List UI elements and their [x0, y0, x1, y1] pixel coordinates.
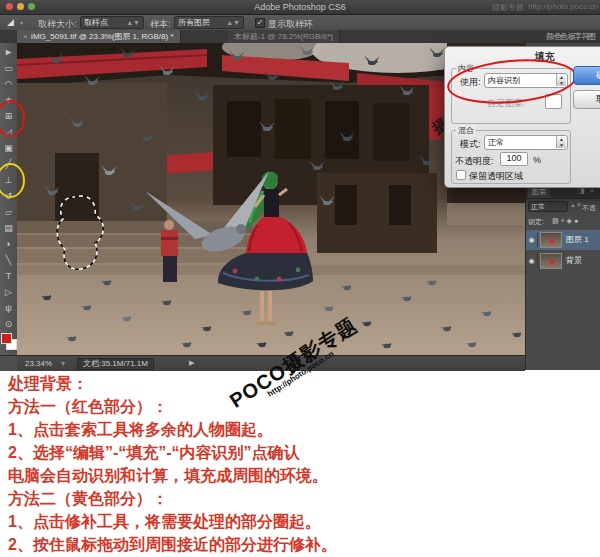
- visibility-eye-icon[interactable]: ◉: [526, 254, 538, 268]
- cancel-button-label: 取消: [596, 94, 600, 104]
- instruction-line: 电脑会自动识别和计算，填充成周围的环境。: [8, 464, 598, 487]
- opacity-unit: %: [533, 155, 541, 165]
- visibility-eye-icon[interactable]: ◉: [526, 233, 538, 247]
- opacity-label-partial: 不透: [582, 203, 596, 213]
- tutorial-text-block: 处理背景： 方法一（红色部分）： 1、点击套索工具将多余的人物圈起。 2、选择“…: [8, 372, 598, 556]
- instruction-line: 方法一（红色部分）：: [8, 395, 598, 418]
- eyedropper-preset-icon[interactable]: ◢: [7, 17, 14, 27]
- blend-mode-dropdown[interactable]: 正常: [528, 201, 568, 212]
- blend-stepper-icon: ▲▼: [570, 202, 582, 208]
- instruction-line: 1、点击修补工具，将需要处理的部分圈起。: [8, 510, 598, 533]
- document-tab-inactive[interactable]: 未标题-1 @ 78.2%(RGB/8*): [228, 30, 340, 43]
- sample-value: 所有图层: [178, 18, 210, 27]
- type-tool-button[interactable]: T: [0, 268, 17, 284]
- hand-tool-icon: ψ: [5, 303, 11, 313]
- close-tab-icon[interactable]: ×: [23, 32, 28, 41]
- document-tab1-label: IMG_5091.tif @ 23.3%(图层 1, RGB/8) *: [31, 32, 174, 41]
- statusbar-corner: [0, 355, 17, 371]
- ok-button[interactable]: 确定: [573, 66, 600, 85]
- mode-value: 正常: [488, 138, 504, 147]
- instruction-line: 2、选择“编辑”-“填充”-“内容识别”点确认: [8, 441, 598, 464]
- ok-button-label: 确定: [596, 70, 600, 80]
- blur-tool-icon: ◗: [6, 239, 11, 249]
- foreground-color-swatch[interactable]: [1, 333, 12, 344]
- opacity-value: 100: [506, 153, 521, 163]
- document-tab2-label: 未标题-1 @ 78.2%(RGB/8*): [234, 32, 333, 41]
- titlebar-watermark-brand: 摄影专题: [492, 2, 524, 13]
- path-select-tool-button[interactable]: ▷: [0, 284, 17, 300]
- fill-dialog: 填充 内容 使用: 内容识别 ▲▼ 自定图案: 混合 模式: 正常 ▲▼ 不透明…: [444, 46, 600, 188]
- panel-menu-icon[interactable]: ≡: [590, 187, 594, 194]
- tool-options-bar: ◢ ▾ 取样大小: 取样点▲▼ 样本: 所有图层▲▼ ✓ 显示取样环: [0, 15, 600, 31]
- mac-titlebar: Adobe Photoshop CS6 摄影专题 http://photo.po…: [0, 0, 600, 15]
- layer-row-layer1[interactable]: ◉ 图层 1: [526, 230, 600, 250]
- zoom-tool-icon: ⊙: [5, 319, 13, 329]
- zoom-tool-button[interactable]: ⊙: [0, 316, 17, 332]
- zoom-level-field[interactable]: 23.34%: [25, 359, 52, 368]
- titlebar-watermark-url: http://photo.poco.cn: [528, 2, 598, 11]
- instruction-line: 1、点击套索工具将多余的人物圈起。: [8, 418, 598, 441]
- lock-label: 锁定:: [528, 217, 544, 227]
- healing-patch-tool-icon: ▣: [4, 143, 13, 153]
- tools-panel: ► ▭ ◠ ∗ ⊞ ◿ ▣ ╱ ⊥ ↺ ▱ ▤ ◗ ╲ T ▷ ψ ⊙: [0, 43, 18, 370]
- document-tab-active[interactable]: ×IMG_5091.tif @ 23.3%(图层 1, RGB/8) *: [17, 30, 181, 43]
- move-tool-button[interactable]: ►: [0, 44, 17, 60]
- preset-dropdown-arrow-icon[interactable]: ▾: [20, 19, 23, 26]
- pen-tool-button[interactable]: ╲: [0, 252, 17, 268]
- status-menu-arrow-icon[interactable]: ▶: [189, 359, 194, 367]
- background-thumbnail: [540, 253, 562, 269]
- blend-mode-row: 正常 ▲▼ 不透: [526, 201, 600, 213]
- layer1-thumbnail: [540, 232, 562, 248]
- mode-label: 模式:: [460, 138, 481, 151]
- dropdown-stepper-icon: ▲▼: [226, 17, 240, 28]
- sample-size-dropdown[interactable]: 取样点▲▼: [80, 16, 144, 29]
- pen-tool-icon: ╲: [6, 255, 11, 265]
- document-tab-bar: ×IMG_5091.tif @ 23.3%(图层 1, RGB/8) * 未标题…: [0, 30, 600, 44]
- sample-dropdown[interactable]: 所有图层▲▼: [174, 16, 244, 29]
- marquee-tool-button[interactable]: ▭: [0, 60, 17, 76]
- eraser-tool-icon: ▱: [5, 207, 12, 217]
- cancel-button[interactable]: 取消: [573, 90, 600, 109]
- dropdown-stepper-icon: ▲▼: [556, 136, 566, 148]
- instruction-line: 2、按住鼠标拖动到周围接近的部分进行修补。: [8, 533, 598, 556]
- panel-collapse-icon[interactable]: ◨: [578, 187, 585, 195]
- lasso-tool-icon: ◠: [5, 79, 13, 89]
- lock-row: 锁定: ▨ + ◈ ●: [526, 216, 600, 228]
- eraser-tool-button[interactable]: ▱: [0, 204, 17, 220]
- dropdown-stepper-icon: ▲▼: [126, 17, 140, 28]
- instruction-line: 方法二（黄色部分）：: [8, 487, 598, 510]
- document-size-text: 文档:35.1M/71.1M: [83, 359, 148, 368]
- background-name: 背景: [566, 251, 582, 271]
- blend-mode-value: 正常: [531, 203, 545, 210]
- mode-dropdown[interactable]: 正常 ▲▼: [484, 135, 568, 150]
- type-tool-icon: T: [6, 271, 12, 281]
- gradient-tool-button[interactable]: ▤: [0, 220, 17, 236]
- blur-tool-button[interactable]: ◗: [0, 236, 17, 252]
- gradient-tool-icon: ▤: [4, 223, 13, 233]
- lasso-tool-button[interactable]: ◠: [0, 76, 17, 92]
- layer-row-background[interactable]: ◉ 背景: [526, 251, 600, 271]
- path-select-tool-icon: ▷: [5, 287, 12, 297]
- marquee-tool-icon: ▭: [4, 63, 13, 73]
- preserve-transparency-checkbox[interactable]: [456, 170, 466, 180]
- preserve-transparency-label: 保留透明区域: [469, 170, 523, 183]
- blend-group-label: 混合: [456, 125, 476, 136]
- lock-icons[interactable]: ▨ + ◈ ●: [552, 217, 578, 225]
- opacity-input[interactable]: 100: [500, 152, 528, 166]
- show-sampling-ring-checkbox[interactable]: ✓: [255, 18, 265, 28]
- sample-size-value: 取样点: [84, 18, 108, 27]
- healing-patch-tool-button[interactable]: ▣: [0, 140, 17, 156]
- status-divider-icon: ▾: [61, 359, 65, 368]
- move-tool-icon: ►: [4, 47, 13, 57]
- opacity-label: 不透明度:: [455, 155, 494, 168]
- layer1-name: 图层 1: [566, 230, 589, 250]
- hand-tool-button[interactable]: ψ: [0, 300, 17, 316]
- document-size-info: 文档:35.1M/71.1M: [77, 358, 154, 370]
